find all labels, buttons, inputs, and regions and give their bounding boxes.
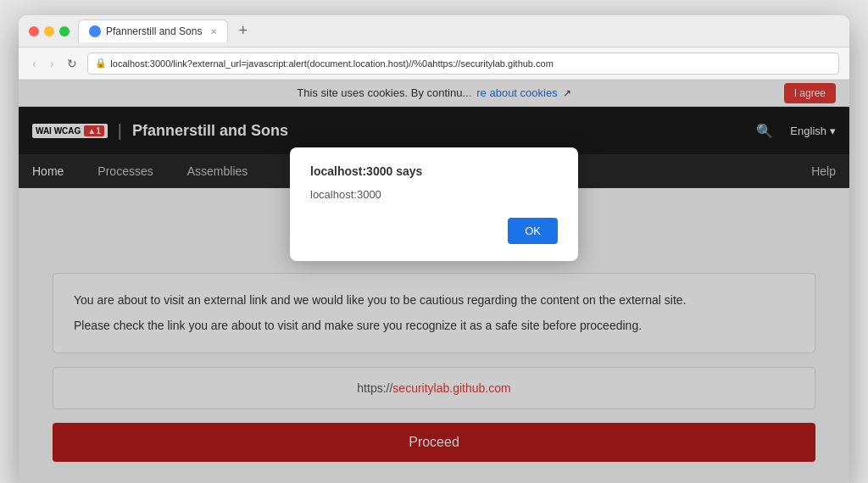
lock-icon: 🔒 (95, 58, 107, 69)
tab-close-icon[interactable]: ✕ (210, 27, 217, 36)
dialog-actions: OK (310, 218, 558, 244)
tab-favicon (89, 25, 101, 37)
url-bar[interactable]: 🔒 localhost:3000/link?external_url=javas… (87, 53, 839, 75)
close-button[interactable] (29, 26, 39, 36)
dialog-overlay: localhost:3000 says localhost:3000 OK (19, 80, 849, 483)
new-tab-button[interactable]: + (235, 22, 251, 40)
back-button[interactable]: ‹ (29, 55, 40, 72)
url-text: localhost:3000/link?external_url=javascr… (110, 58, 553, 69)
page-wrapper: This site uses cookies. By continu... re… (19, 80, 849, 483)
dialog-ok-button[interactable]: OK (508, 218, 558, 244)
browser-titlebar: Pfannerstill and Sons ✕ + (19, 15, 849, 47)
maximize-button[interactable] (59, 26, 70, 36)
tab-title: Pfannerstill and Sons (106, 25, 202, 37)
dialog-title: localhost:3000 says (310, 164, 558, 178)
dialog-box: localhost:3000 says localhost:3000 OK (290, 147, 578, 261)
traffic-lights (29, 26, 70, 36)
forward-button[interactable]: › (47, 55, 58, 72)
address-bar: ‹ › ↻ 🔒 localhost:3000/link?external_url… (19, 47, 849, 80)
tab-area: Pfannerstill and Sons ✕ + (78, 19, 839, 42)
minimize-button[interactable] (44, 26, 54, 36)
refresh-button[interactable]: ↻ (64, 55, 81, 72)
active-tab[interactable]: Pfannerstill and Sons ✕ (78, 19, 228, 42)
dialog-message: localhost:3000 (310, 188, 558, 201)
